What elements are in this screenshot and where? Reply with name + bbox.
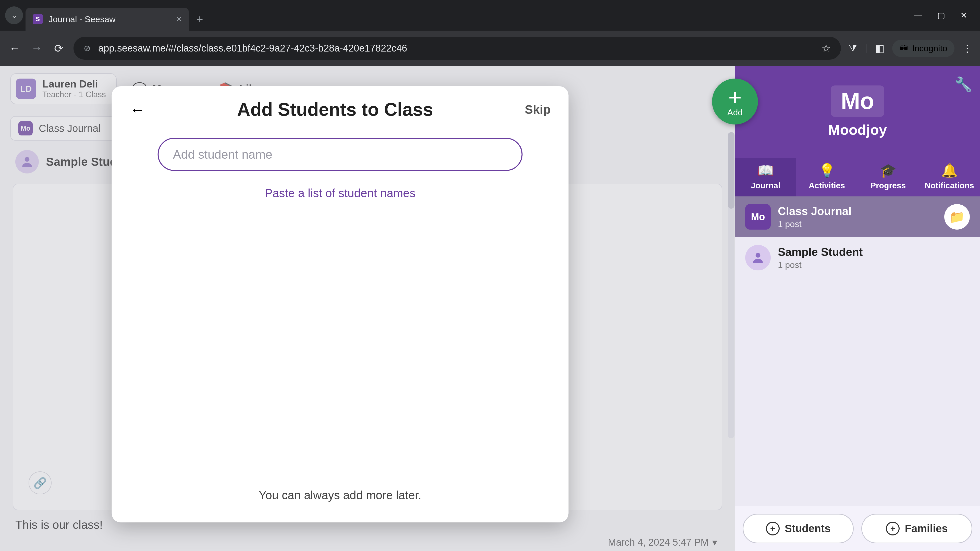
extensions-icon[interactable]: ⧩ (849, 42, 857, 54)
journal-icon: 📖 (757, 163, 774, 178)
forward-button[interactable]: → (30, 42, 44, 55)
tab-bar: ⌄ S Journal - Seesaw × + ― ▢ ✕ (0, 0, 980, 30)
right-sidebar: + Add 🔧 Mo Moodjoy 📖 Journal 💡 Activitie… (735, 66, 980, 551)
bell-icon: 🔔 (941, 163, 958, 178)
tab-notifications[interactable]: 🔔 Notifications (919, 158, 980, 197)
paste-list-link[interactable]: Paste a list of student names (130, 186, 551, 200)
button-label: Students (785, 522, 831, 535)
students-button[interactable]: + Students (743, 514, 854, 543)
tab-search-dropdown[interactable]: ⌄ (5, 6, 23, 24)
bookmark-star-icon[interactable]: ☆ (821, 42, 831, 54)
tab-progress[interactable]: 🎓 Progress (858, 158, 919, 197)
svg-point-1 (756, 253, 760, 258)
window-controls: ― ▢ ✕ (914, 11, 975, 20)
add-button[interactable]: + Add (712, 79, 758, 124)
tab-journal[interactable]: 📖 Journal (735, 158, 796, 197)
new-tab-button[interactable]: + (197, 13, 203, 25)
browser-chrome: ⌄ S Journal - Seesaw × + ― ▢ ✕ ← → ⟳ ⊘ a… (0, 0, 980, 66)
sidebar-item-title: Class Journal (778, 205, 937, 218)
chevron-down-icon: ⌄ (11, 11, 17, 20)
plus-circle-icon: + (886, 522, 900, 535)
class-avatar-text: Mo (841, 88, 874, 114)
sidebar-item-sub: 1 post (778, 219, 937, 229)
badge-text: Mo (751, 211, 765, 222)
student-name-input[interactable] (158, 138, 523, 171)
site-info-icon[interactable]: ⊘ (84, 43, 91, 53)
sidebar-tabs: 📖 Journal 💡 Activities 🎓 Progress 🔔 Noti… (735, 158, 980, 197)
favicon-letter: S (36, 16, 40, 23)
incognito-icon: 🕶 (899, 43, 908, 53)
tab-label: Activities (809, 181, 845, 190)
student-avatar-icon (745, 245, 771, 270)
student-name-field-wrap (158, 138, 523, 171)
url-box[interactable]: ⊘ app.seesaw.me/#/class/class.e01bf4c2-9… (73, 37, 841, 60)
sidebar-item-title: Sample Student (778, 246, 970, 259)
settings-wrench-icon[interactable]: 🔧 (955, 76, 972, 93)
favicon-icon: S (33, 14, 43, 24)
modal-header: ← Add Students to Class Skip (130, 99, 551, 120)
tab-activities[interactable]: 💡 Activities (796, 158, 858, 197)
add-label: Add (727, 107, 743, 118)
plus-icon: + (729, 86, 742, 109)
plus-circle-icon: + (766, 522, 780, 535)
skip-button[interactable]: Skip (525, 103, 550, 117)
incognito-indicator[interactable]: 🕶 Incognito (892, 40, 955, 57)
separator: | (865, 43, 867, 54)
side-panel-icon[interactable]: ◧ (875, 42, 885, 54)
sidebar-footer: + Students + Families (735, 506, 980, 551)
tab-label: Journal (751, 181, 780, 190)
tab-title: Journal - Seesaw (48, 14, 171, 24)
back-arrow-icon[interactable]: ← (130, 100, 145, 119)
close-window-icon[interactable]: ✕ (960, 11, 967, 20)
sidebar-item-texts: Sample Student 1 post (778, 246, 970, 270)
families-button[interactable]: + Families (861, 514, 972, 543)
address-bar: ← → ⟳ ⊘ app.seesaw.me/#/class/class.e01b… (0, 30, 980, 66)
app-root: LD Lauren Deli Teacher - 1 Class 💬 Messa… (0, 66, 980, 551)
reload-button[interactable]: ⟳ (52, 42, 66, 55)
add-students-modal: ← Add Students to Class Skip Paste a lis… (112, 86, 569, 522)
url-text: app.seesaw.me/#/class/class.e01bf4c2-9a2… (98, 43, 814, 54)
tab-label: Notifications (924, 181, 974, 190)
sidebar-item-sub: 1 post (778, 260, 970, 270)
class-badge-icon: Mo (745, 204, 771, 230)
class-avatar-badge[interactable]: Mo (831, 86, 884, 117)
app-main: LD Lauren Deli Teacher - 1 Class 💬 Messa… (0, 66, 735, 551)
modal-title: Add Students to Class (237, 99, 433, 120)
browser-tab[interactable]: S Journal - Seesaw × (25, 8, 189, 30)
minimize-icon[interactable]: ― (914, 11, 922, 20)
incognito-label: Incognito (912, 43, 947, 53)
button-label: Families (905, 522, 948, 535)
sidebar-list: Mo Class Journal 1 post 📁 Sample Student… (735, 197, 980, 506)
sidebar-item-class-journal[interactable]: Mo Class Journal 1 post 📁 (735, 197, 980, 237)
folder-icon[interactable]: 📁 (944, 204, 970, 230)
class-name: Moodjoy (828, 121, 887, 138)
tab-label: Progress (870, 181, 906, 190)
back-button[interactable]: ← (8, 42, 22, 55)
sidebar-item-texts: Class Journal 1 post (778, 205, 937, 229)
kebab-menu-icon[interactable]: ⋮ (962, 42, 972, 54)
sidebar-item-student[interactable]: Sample Student 1 post (735, 237, 980, 278)
lightbulb-icon: 💡 (819, 163, 835, 178)
maximize-icon[interactable]: ▢ (937, 11, 945, 20)
close-tab-icon[interactable]: × (177, 14, 182, 24)
class-header: + Add 🔧 Mo Moodjoy (735, 66, 980, 158)
graduation-cap-icon: 🎓 (880, 163, 897, 178)
modal-footer-note: You can always add more later. (130, 488, 551, 510)
